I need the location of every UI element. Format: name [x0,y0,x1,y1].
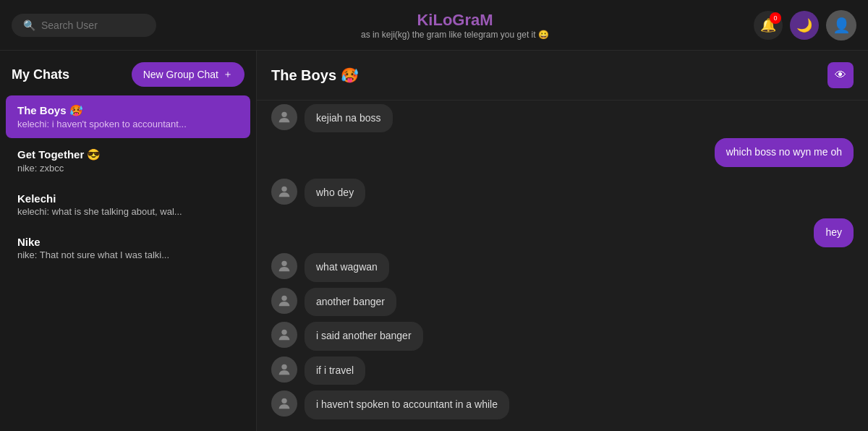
svg-point-2 [281,186,286,191]
message-row: i said another banger [271,322,854,351]
user-avatar[interactable]: 👤 [826,10,856,40]
chat-item-preview: kelechi: what is she talking about, wal.… [17,206,239,217]
theme-toggle-button[interactable]: 🌙 [790,11,819,40]
notif-badge: 0 [770,12,781,24]
message-bubble: i haven't spoken to accountant in a whil… [305,391,509,419]
chat-item-name: Get Together 😎 [17,148,239,161]
message-avatar [271,357,297,383]
svg-point-6 [281,364,286,369]
message-row: i haven't spoken to accountant in a whil… [271,391,854,419]
chat-item-name: Kelechi [17,192,239,205]
svg-point-4 [281,295,286,300]
chat-item-name: The Boys 🥵 [17,104,239,117]
chat-item-preview: kelechi: i haven't spoken to accountant.… [17,119,239,129]
moon-icon: 🌙 [796,17,812,33]
message-row: what wagwan [271,253,854,282]
message-row: hey [271,218,854,247]
search-input[interactable] [41,20,145,31]
message-avatar [271,288,297,314]
message-bubble: kejiah na boss [305,104,393,133]
sidebar-header: My Chats New Group Chat ＋ [0,51,256,94]
message-bubble: another banger [305,288,396,317]
chat-list-item[interactable]: Kelechi kelechi: what is she talking abo… [6,184,250,226]
chat-item-preview: nike: That not sure what I was talki... [17,249,239,260]
header-right: 🔔 0 🌙 👤 [754,10,856,40]
chat-item-name: Nike [17,236,239,248]
message-avatar [271,179,297,205]
header: 🔍 KiLoGraM as in keji(kg) the gram like … [0,0,868,51]
message-bubble: if i travel [305,357,365,385]
message-row: kejiah na boss [271,104,854,133]
svg-point-5 [281,330,286,335]
message-bubble: i said another banger [305,322,423,351]
plus-icon: ＋ [223,68,233,81]
new-group-label: New Group Chat [143,69,218,80]
header-center: KiLoGraM as in keji(kg) the gram like te… [156,11,754,40]
message-row: which boss no wyn me oh [271,138,854,167]
message-avatar [271,322,297,348]
message-row: another banger [271,288,854,317]
view-info-button[interactable]: 👁 [827,62,854,88]
sidebar: My Chats New Group Chat ＋ The Boys 🥵 kel… [0,51,257,431]
message-avatar [271,391,297,417]
notifications-button[interactable]: 🔔 0 [754,11,783,40]
message-row: who dey [271,179,854,208]
main-layout: My Chats New Group Chat ＋ The Boys 🥵 kel… [0,51,868,431]
message-avatar [271,253,297,279]
message-row: if i travel [271,357,854,385]
svg-point-7 [281,398,286,404]
svg-point-3 [281,261,286,266]
chat-list-item[interactable]: The Boys 🥵 kelechi: i haven't spoken to … [6,95,250,138]
chat-item-preview: nike: zxbcc [17,163,239,174]
eye-icon: 👁 [835,69,846,82]
messages-container: kejiah you still up ? kejiah na boss whi… [257,101,868,431]
message-bubble: who dey [305,179,365,208]
my-chats-label: My Chats [12,67,69,82]
chat-title: The Boys 🥵 [271,67,359,84]
message-bubble-own: hey [814,218,854,247]
search-icon: 🔍 [23,20,35,31]
svg-point-1 [281,111,286,116]
chat-list-item[interactable]: Nike nike: That not sure what I was talk… [6,227,250,269]
app-title: KiLoGraM [156,11,754,30]
chat-list: The Boys 🥵 kelechi: i haven't spoken to … [0,94,256,431]
app-subtitle: as in keji(kg) the gram like telegram yo… [156,30,754,40]
message-avatar [271,104,297,130]
chat-list-item[interactable]: Get Together 😎 nike: zxbcc [6,140,250,182]
message-bubble-own: which boss no wyn me oh [715,138,854,167]
search-bar[interactable]: 🔍 [12,14,156,37]
chat-area: The Boys 🥵 👁 kejiah you still up ? kejia… [257,51,868,431]
chat-header: The Boys 🥵 👁 [257,51,868,101]
new-group-chat-button[interactable]: New Group Chat ＋ [132,62,244,87]
message-bubble: what wagwan [305,253,389,282]
